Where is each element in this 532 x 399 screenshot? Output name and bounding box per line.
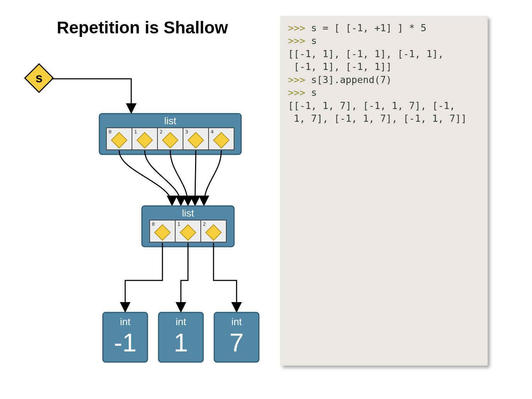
int-boxes: int-1int1int7 bbox=[103, 312, 259, 362]
int-type-label: int bbox=[231, 316, 242, 327]
page-title: Repetition is Shallow bbox=[57, 18, 228, 37]
cell-index: 0 bbox=[152, 221, 155, 227]
arrows-inner-to-ints bbox=[125, 243, 237, 311]
inner-list-label: list bbox=[182, 208, 194, 219]
arrows-outer-to-inner bbox=[119, 151, 221, 204]
inner-list-box: list 012 bbox=[142, 206, 234, 247]
outer-list-cells: 01234 bbox=[106, 128, 234, 150]
cell-index: 1 bbox=[134, 129, 137, 135]
inner-list-cells: 012 bbox=[150, 220, 226, 242]
arrow bbox=[214, 243, 237, 311]
cell-index: 2 bbox=[203, 221, 206, 227]
arrow bbox=[204, 151, 221, 204]
cell-index: 4 bbox=[211, 129, 214, 135]
arrow bbox=[145, 151, 181, 204]
arrow-s-to-outer bbox=[51, 79, 131, 112]
int-value: 1 bbox=[174, 328, 188, 357]
arrow bbox=[119, 151, 172, 204]
diagram-area: s list 01234 list 012 int-1int1int7 bbox=[14, 60, 273, 390]
outer-list-label: list bbox=[164, 115, 176, 126]
cell-index: 1 bbox=[177, 221, 180, 227]
outer-list-box: list 01234 bbox=[99, 114, 241, 154]
variable-s-diamond: s bbox=[25, 64, 53, 92]
cell-index: 3 bbox=[185, 129, 188, 135]
cell-index: 0 bbox=[109, 129, 111, 135]
variable-s-label: s bbox=[35, 71, 43, 85]
int-value: 7 bbox=[229, 328, 244, 357]
int-type-label: int bbox=[120, 316, 131, 327]
int-type-label: int bbox=[176, 316, 186, 327]
arrow bbox=[181, 243, 188, 311]
int-value: -1 bbox=[114, 328, 137, 357]
arrow bbox=[125, 243, 162, 311]
arrow bbox=[195, 151, 196, 204]
repl-panel: >>> s = [ [-1, +1] ] * 5>>> s[[-1, 1], [… bbox=[280, 16, 488, 366]
cell-index: 2 bbox=[160, 129, 162, 135]
